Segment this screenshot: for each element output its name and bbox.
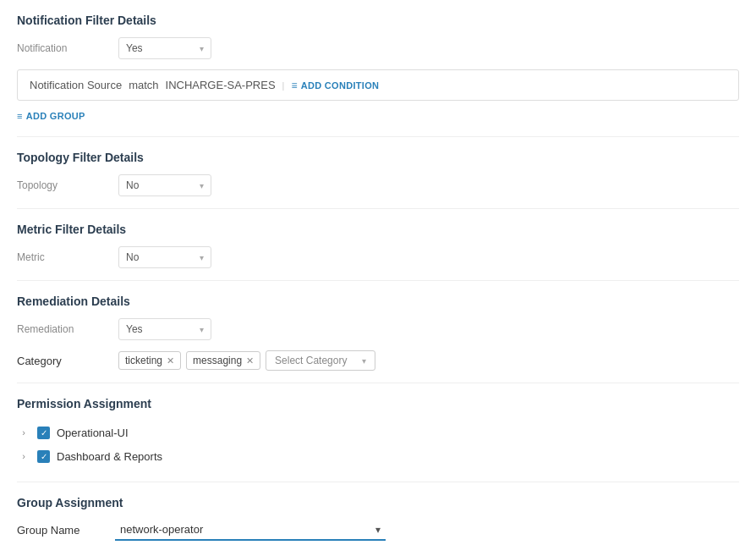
remediation-select[interactable]: Yes ▾ [118,318,211,340]
select-category-dropdown[interactable]: Select Category ▾ [266,350,375,371]
remediation-label: Remediation [17,323,118,335]
tag-messaging[interactable]: messaging ✕ [186,351,260,370]
group-assignment-title: Group Assignment [17,496,739,509]
metric-select-chevron: ▾ [200,253,204,262]
expand-dashboard-icon[interactable]: › [17,449,30,463]
add-group-icon: ≡ [17,111,23,121]
group-name-chevron[interactable]: ▾ [375,524,386,536]
topology-select-chevron: ▾ [200,181,204,190]
permission-label-dashboard: Dashboard & Reports [57,450,162,463]
divider-5 [17,482,739,482]
metric-label: Metric [17,251,118,263]
divider-2 [17,208,739,209]
permission-item-dashboard: › ✓ Dashboard & Reports [17,444,739,468]
expand-operational-icon[interactable]: › [17,426,30,439]
notification-filter-title: Notification Filter Details [17,14,739,27]
remediation-title: Remediation Details [17,295,739,308]
topology-label: Topology [17,179,118,191]
remove-messaging-icon[interactable]: ✕ [246,356,254,366]
category-label: Category [17,355,118,367]
condition-operator: match [129,79,158,91]
tag-container: ticketing ✕ messaging ✕ Select Category … [118,350,375,371]
notification-select[interactable]: Yes ▾ [118,37,211,59]
topology-select[interactable]: No ▾ [118,174,211,196]
permission-title: Permission Assignment [17,397,739,410]
divider-3 [17,280,739,281]
topology-filter-title: Topology Filter Details [17,151,739,164]
notification-label: Notification [17,42,118,54]
add-condition-icon: ≡ [291,80,297,91]
permission-item-operational: › ✓ Operational-UI [17,421,739,444]
divider-1 [17,136,739,137]
notification-select-chevron: ▾ [200,44,204,53]
group-name-label: Group Name [17,524,101,537]
permission-label-operational: Operational-UI [57,427,129,439]
add-condition-button[interactable]: ≡ ADD CONDITION [291,80,379,91]
group-name-input[interactable] [115,520,375,539]
permission-section: › ✓ Operational-UI › ✓ Dashboard & Repor… [17,421,739,468]
group-name-input-wrapper: ▾ [115,520,386,541]
remediation-select-chevron: ▾ [200,325,204,334]
checkbox-dashboard[interactable]: ✓ [37,450,50,463]
category-chevron: ▾ [362,356,366,366]
condition-value: INCHARGE-SA-PRES [166,79,276,91]
group-row: Group Name ▾ [17,520,739,541]
tag-ticketing[interactable]: ticketing ✕ [118,351,181,370]
add-group-button[interactable]: ≡ ADD GROUP [17,107,85,124]
category-row: Category ticketing ✕ messaging ✕ Select … [17,350,739,371]
remove-ticketing-icon[interactable]: ✕ [167,356,174,366]
condition-box: Notification Source match INCHARGE-SA-PR… [17,69,739,101]
condition-source: Notification Source [30,79,122,91]
metric-select[interactable]: No ▾ [118,246,211,268]
checkbox-operational[interactable]: ✓ [37,427,50,439]
metric-filter-title: Metric Filter Details [17,223,739,236]
divider-4 [17,383,739,383]
